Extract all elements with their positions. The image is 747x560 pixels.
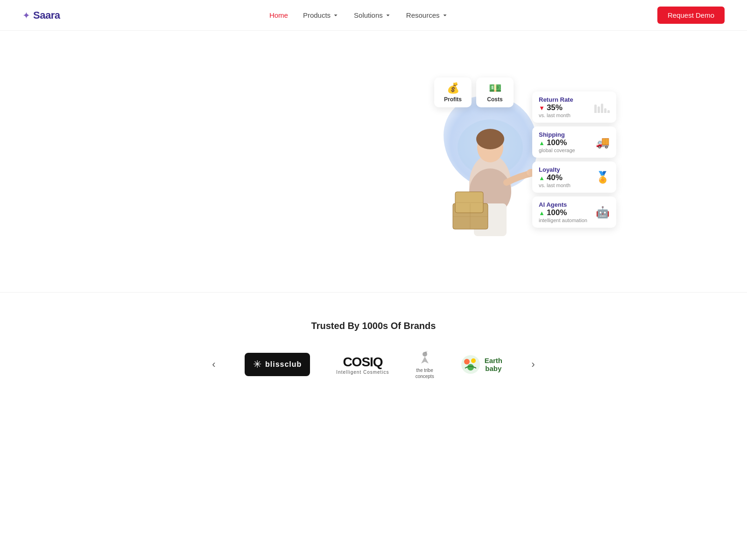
- profits-icon: 💰: [447, 82, 459, 94]
- hero-illustration: [430, 101, 532, 241]
- nav-resources[interactable]: Resources: [406, 11, 448, 19]
- nav-home[interactable]: Home: [269, 11, 288, 19]
- shipping-value: ▲ 100%: [539, 138, 591, 147]
- hero-section: 💰 Profits 💵 Costs: [0, 31, 747, 292]
- tribe-icon: [416, 350, 433, 366]
- brands-carousel: ‹ ✳ blissclub COSIQ Intelligent Cosmetic…: [22, 348, 725, 381]
- blissclub-text: blissclub: [265, 360, 302, 369]
- ai-agents-icon: 🤖: [596, 206, 610, 219]
- trusted-section: Trusted By 1000s Of Brands ‹ ✳ blissclub…: [0, 292, 747, 399]
- woman-svg: [430, 101, 532, 241]
- svg-point-14: [464, 359, 470, 364]
- stats-overlay: Return Rate ▼ 35% vs. last month: [532, 91, 616, 228]
- nav-products[interactable]: Products: [303, 11, 339, 19]
- ai-agents-card: AI Agents ▲ 100% intelligent automation …: [532, 196, 616, 228]
- earthbaby-icon: [460, 354, 481, 375]
- costs-icon: 💵: [489, 82, 501, 94]
- blissclub-icon: ✳: [253, 358, 261, 371]
- loyalty-value: ▲ 40%: [539, 173, 591, 182]
- loyalty-content: Loyalty ▲ 40% vs. last month: [539, 166, 591, 188]
- hero-right: 💰 Profits 💵 Costs: [392, 82, 635, 241]
- loyalty-card: Loyalty ▲ 40% vs. last month 🏅: [532, 161, 616, 193]
- profits-label: Profits: [444, 96, 462, 103]
- loyalty-title: Loyalty: [539, 166, 591, 173]
- top-cards: 💰 Profits 💵 Costs: [434, 77, 514, 107]
- nav-links: Home Products Solutions Resources: [269, 11, 448, 19]
- hero-image: 💰 Profits 💵 Costs: [416, 82, 612, 241]
- logo-text: Saara: [33, 9, 60, 21]
- nav-solutions[interactable]: Solutions: [354, 11, 391, 19]
- svg-rect-7: [455, 192, 483, 213]
- loyalty-arrow-up: ▲: [539, 175, 545, 182]
- earthbaby-logo: Earth baby: [460, 354, 502, 375]
- svg-point-15: [471, 358, 476, 363]
- return-rate-card: Return Rate ▼ 35% vs. last month: [532, 91, 616, 123]
- costs-card: 💵 Costs: [476, 77, 514, 107]
- earthbaby-text2: baby: [485, 364, 502, 372]
- shipping-content: Shipping ▲ 100% global coverage: [539, 131, 591, 153]
- brand-blissclub: ✳ blissclub: [241, 348, 314, 381]
- ai-agents-sub: intelligent automation: [539, 217, 591, 223]
- brand-tribe: the tribe concepts: [412, 348, 438, 381]
- cosiq-text: COSIQ: [343, 355, 382, 370]
- ai-agents-value: ▲ 100%: [539, 208, 591, 217]
- brand-earthbaby: Earth baby: [457, 348, 506, 381]
- shipping-sub: global coverage: [539, 147, 591, 153]
- ai-agents-title: AI Agents: [539, 201, 591, 208]
- profits-card: 💰 Profits: [434, 77, 472, 107]
- carousel-next-button[interactable]: ›: [525, 356, 542, 373]
- request-demo-button[interactable]: Request Demo: [657, 7, 725, 24]
- cosiq-sub: Intelligent Cosmetics: [336, 370, 389, 375]
- trusted-title: Trusted By 1000s Of Brands: [22, 321, 725, 331]
- ai-agents-content: AI Agents ▲ 100% intelligent automation: [539, 201, 591, 223]
- navbar: ✦ Saara Home Products Solutions Resource…: [0, 0, 747, 31]
- brand-cosiq: COSIQ Intelligent Cosmetics: [332, 348, 393, 381]
- shipping-arrow-up: ▲: [539, 140, 545, 147]
- earthbaby-text: Earth: [485, 357, 502, 364]
- shipping-card: Shipping ▲ 100% global coverage 🚚: [532, 126, 616, 158]
- svg-point-3: [476, 129, 504, 149]
- loyalty-sub: vs. last month: [539, 182, 591, 188]
- return-rate-arrow-down: ▼: [539, 105, 545, 112]
- svg-point-16: [467, 364, 474, 371]
- return-rate-value: ▼ 35%: [539, 103, 588, 112]
- shipping-icon: 🚚: [596, 136, 610, 149]
- ai-agents-arrow-up: ▲: [539, 210, 545, 217]
- blissclub-logo: ✳ blissclub: [245, 353, 310, 376]
- shipping-title: Shipping: [539, 131, 591, 138]
- carousel-prev-button[interactable]: ‹: [205, 356, 222, 373]
- tribe-logo: the tribe concepts: [416, 350, 434, 379]
- return-rate-sub: vs. last month: [539, 112, 588, 118]
- cosiq-logo: COSIQ Intelligent Cosmetics: [336, 355, 389, 375]
- logo-icon: ✦: [22, 10, 30, 21]
- loyalty-icon: 🏅: [596, 171, 610, 184]
- logo[interactable]: ✦ Saara: [22, 9, 60, 21]
- return-rate-content: Return Rate ▼ 35% vs. last month: [539, 96, 588, 118]
- return-rate-chart: [592, 102, 610, 113]
- tribe-text: the tribe concepts: [416, 367, 434, 379]
- return-rate-title: Return Rate: [539, 96, 588, 103]
- costs-label: Costs: [487, 96, 502, 103]
